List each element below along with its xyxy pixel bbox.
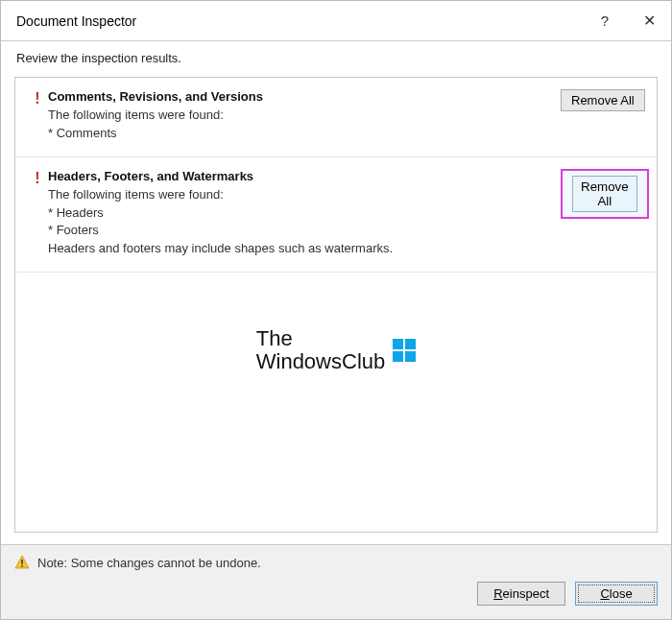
watermark-overlay: The WindowsClub: [15, 327, 657, 373]
footer-note-text: Note: Some changes cannot be undone.: [37, 556, 261, 570]
dialog-footer: Note: Some changes cannot be undone. Rei…: [1, 544, 671, 619]
result-title: Headers, Footers, and Watermarks: [48, 169, 555, 183]
titlebar-title: Document Inspector: [16, 13, 583, 29]
reinspect-button[interactable]: Reinspect: [477, 582, 565, 606]
result-found-text: The following items were found:: [48, 186, 555, 204]
document-inspector-dialog: Document Inspector ? ✕ Review the inspec…: [0, 0, 672, 620]
watermark-line2: WindowsClub: [256, 350, 386, 373]
result-item: * Headers: [48, 204, 555, 223]
remove-all-button-comments[interactable]: Remove All: [561, 89, 645, 111]
subtitle-text: Review the inspection results.: [1, 41, 671, 77]
windows-logo-icon: [393, 339, 416, 362]
highlight-frame: Remove All: [561, 169, 649, 219]
alert-icon-col: !: [27, 169, 48, 258]
remove-all-button-headers[interactable]: Remove All: [572, 176, 637, 212]
close-window-button[interactable]: ✕: [627, 1, 671, 41]
close-icon: ✕: [643, 12, 656, 30]
result-extra-note: Headers and footers may include shapes s…: [48, 240, 555, 258]
result-body: Headers, Footers, and Watermarks The fol…: [48, 169, 561, 258]
watermark-line1: The: [256, 327, 386, 350]
result-section-headers: ! Headers, Footers, and Watermarks The f…: [15, 157, 657, 273]
alert-icon: !: [35, 171, 39, 258]
help-button[interactable]: ?: [583, 1, 627, 41]
results-panel: ! Comments, Revisions, and Versions The …: [14, 77, 658, 533]
warning-icon: [14, 555, 30, 570]
svg-rect-5: [21, 565, 23, 567]
result-title: Comments, Revisions, and Versions: [48, 89, 555, 104]
alert-icon-col: !: [27, 89, 48, 143]
svg-rect-3: [405, 351, 416, 362]
result-action: Remove All: [561, 89, 645, 143]
result-item: * Comments: [48, 125, 555, 143]
close-button[interactable]: Close: [575, 582, 658, 606]
footer-note-row: Note: Some changes cannot be undone.: [14, 555, 658, 570]
reinspect-label-tail: einspect: [503, 586, 549, 601]
svg-rect-0: [393, 339, 403, 349]
alert-icon: !: [35, 91, 39, 143]
result-item: * Footers: [48, 222, 555, 240]
result-action: Remove All: [561, 169, 645, 258]
svg-rect-2: [393, 351, 403, 362]
result-body: Comments, Revisions, and Versions The fo…: [48, 89, 561, 143]
result-section-comments: ! Comments, Revisions, and Versions The …: [15, 78, 657, 157]
footer-button-row: Reinspect Close: [14, 582, 658, 606]
svg-rect-4: [21, 560, 23, 564]
close-label-tail: lose: [610, 586, 633, 601]
titlebar: Document Inspector ? ✕: [1, 1, 671, 41]
help-icon: ?: [601, 12, 609, 29]
svg-rect-1: [405, 339, 416, 349]
result-found-text: The following items were found:: [48, 107, 555, 125]
